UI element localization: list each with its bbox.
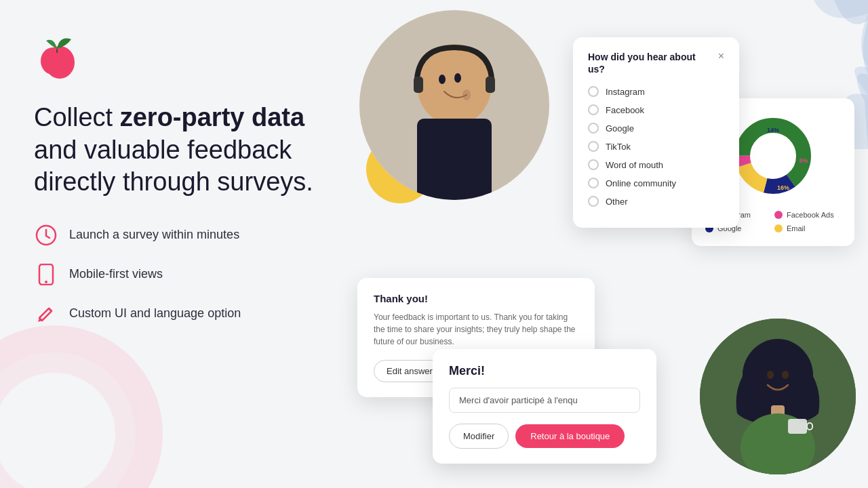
legend-email: Email xyxy=(774,224,841,232)
photo-headphones xyxy=(359,10,549,200)
left-panel: Collect zero-party data and valuable fee… xyxy=(34,34,326,326)
radio-circle xyxy=(588,159,599,170)
headline-rest: and valuable feedback directly through s… xyxy=(34,136,313,197)
radio-option-tiktok[interactable]: TikTok xyxy=(588,141,724,152)
svg-rect-12 xyxy=(486,77,495,93)
mobile-icon xyxy=(34,262,58,287)
radio-circle xyxy=(588,123,599,134)
radio-option-word-of-mouth[interactable]: Word of mouth xyxy=(588,159,724,170)
legend-label-facebook-ads: Facebook Ads xyxy=(787,211,834,219)
svg-text:5%: 5% xyxy=(799,157,808,164)
svg-point-15 xyxy=(454,73,461,83)
bg-decoration-circle-2 xyxy=(0,352,136,488)
thankyou-body: Your feedback is important to us. Thank … xyxy=(374,311,578,348)
feature-item-mobile: Mobile-first views xyxy=(34,262,326,287)
option-label: Online community xyxy=(606,178,676,188)
bg-decoration-circle-1 xyxy=(0,325,163,488)
headline-normal: Collect xyxy=(34,103,120,131)
svg-rect-10 xyxy=(417,119,492,200)
feature-item-launch: Launch a survey within minutes xyxy=(34,223,326,247)
headline: Collect zero-party data and valuable fee… xyxy=(34,102,326,199)
svg-point-1 xyxy=(41,47,65,75)
survey-card-title: How did you hear about us? xyxy=(588,51,713,75)
survey-options: Instagram Facebook Google TikTok Word of… xyxy=(588,86,724,207)
headline-bold: zero-party data xyxy=(120,103,304,131)
photo-hijab xyxy=(700,319,856,474)
svg-rect-11 xyxy=(414,77,423,93)
radio-option-google[interactable]: Google xyxy=(588,123,724,134)
radio-circle xyxy=(588,196,599,207)
feature-list: Launch a survey within minutes Mobile-fi… xyxy=(34,223,326,326)
survey-card-header: How did you hear about us? × xyxy=(588,51,724,75)
modifier-button[interactable]: Modifier xyxy=(449,424,509,449)
radio-option-other[interactable]: Other xyxy=(588,196,724,207)
svg-line-5 xyxy=(46,236,50,238)
radio-circle xyxy=(588,104,599,115)
svg-point-20 xyxy=(754,137,792,175)
svg-text:16%: 16% xyxy=(777,184,789,191)
option-label: Facebook xyxy=(606,105,644,115)
radio-circle xyxy=(588,178,599,188)
merci-actions: Modifier Retour à la boutique xyxy=(449,424,640,449)
legend-facebook-ads: Facebook Ads xyxy=(774,211,841,219)
survey-card: How did you hear about us? × Instagram F… xyxy=(573,37,739,228)
feature-label-mobile: Mobile-first views xyxy=(69,267,163,281)
clock-icon xyxy=(34,223,58,247)
svg-rect-29 xyxy=(788,419,807,434)
svg-point-14 xyxy=(439,75,446,84)
feature-item-custom: Custom UI and language option xyxy=(34,302,326,326)
merci-input[interactable] xyxy=(449,388,640,413)
donut-chart-svg: 14% 5% 16% xyxy=(729,112,817,200)
survey-close-button[interactable]: × xyxy=(718,51,724,62)
legend-label-email: Email xyxy=(787,224,806,232)
thankyou-title: Thank you! xyxy=(374,293,578,304)
svg-point-7 xyxy=(45,281,47,283)
radio-option-facebook[interactable]: Facebook xyxy=(588,104,724,115)
option-label: Word of mouth xyxy=(606,160,663,170)
merci-title: Merci! xyxy=(449,364,640,378)
svg-point-32 xyxy=(782,371,789,379)
pencil-icon xyxy=(34,302,58,326)
radio-option-instagram[interactable]: Instagram xyxy=(588,86,724,97)
radio-circle xyxy=(588,141,599,152)
radio-option-online-community[interactable]: Online community xyxy=(588,178,724,188)
radio-circle xyxy=(588,86,599,97)
legend-dot-facebook-ads xyxy=(774,211,783,219)
feature-label-custom: Custom UI and language option xyxy=(69,306,241,321)
merci-card: Merci! Modifier Retour à la boutique xyxy=(433,349,656,464)
logo xyxy=(34,34,81,81)
svg-point-31 xyxy=(767,371,774,379)
svg-text:14%: 14% xyxy=(767,127,779,134)
option-label: Google xyxy=(606,123,634,134)
legend-dot-email xyxy=(774,224,783,232)
feature-label-launch: Launch a survey within minutes xyxy=(69,228,239,242)
retour-button[interactable]: Retour à la boutique xyxy=(515,424,625,448)
option-label: Instagram xyxy=(606,87,645,97)
option-label: TikTok xyxy=(606,142,631,152)
option-label: Other xyxy=(606,197,628,207)
